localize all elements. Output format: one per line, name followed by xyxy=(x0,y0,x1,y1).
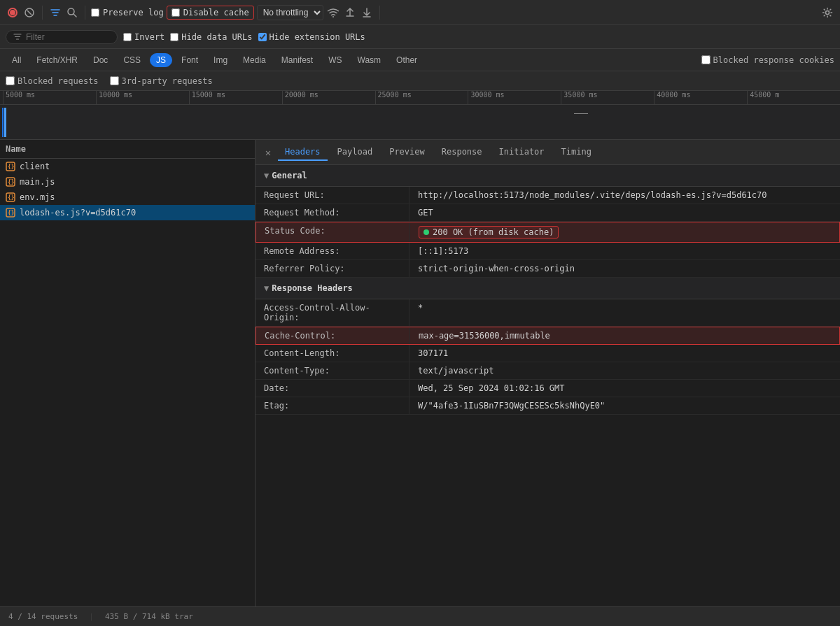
request-list: {}client{}main.js{}env.mjs{}lodash-es.js… xyxy=(0,159,255,606)
search-icon[interactable] xyxy=(65,6,79,20)
type-btn-img[interactable]: Img xyxy=(207,53,234,67)
type-btn-other[interactable]: Other xyxy=(390,53,424,67)
type-btn-media[interactable]: Media xyxy=(237,53,272,67)
type-btn-ws[interactable]: WS xyxy=(322,53,348,67)
tab-initiator[interactable]: Initiator xyxy=(492,144,552,161)
request-item[interactable]: {}main.js xyxy=(0,174,255,190)
general-row: Status Code:200 OK (from disk cache) xyxy=(255,222,840,243)
preserve-log-checkbox[interactable] xyxy=(91,8,99,17)
record-icon[interactable] xyxy=(6,6,20,20)
third-party-checkbox[interactable] xyxy=(110,76,119,85)
filter-input[interactable] xyxy=(26,32,103,42)
third-party-label[interactable]: 3rd-party requests xyxy=(110,76,213,86)
close-button[interactable]: ✕ xyxy=(261,145,275,159)
req-name: client xyxy=(20,162,50,171)
hide-data-urls-label[interactable]: Hide data URLs xyxy=(170,32,252,42)
svg-text:{}: {} xyxy=(8,194,15,201)
timeline-bar-right xyxy=(4,108,6,137)
general-row: Request URL:http://localhost:5173/node_m… xyxy=(255,187,840,204)
response-header-key: Access-Control-Allow-Origin: xyxy=(255,299,410,326)
filter-icon[interactable] xyxy=(48,6,62,20)
response-headers-section-header[interactable]: ▼ Response Headers xyxy=(255,278,840,299)
timeline-tick: 40000 ms xyxy=(654,91,747,104)
request-item[interactable]: {}client xyxy=(0,159,255,174)
hide-extension-urls-label[interactable]: Hide extension URLs xyxy=(258,32,365,42)
blocked-cookies-label[interactable]: Blocked response cookies xyxy=(701,55,834,65)
hide-data-urls-checkbox[interactable] xyxy=(170,33,178,41)
request-item[interactable]: {}env.mjs xyxy=(0,190,255,205)
type-btn-fetch/xhr[interactable]: Fetch/XHR xyxy=(30,53,84,67)
invert-label[interactable]: Invert xyxy=(123,32,164,42)
upload-icon[interactable] xyxy=(343,6,357,20)
headers-content: ▼ General Request URL:http://localhost:5… xyxy=(255,165,840,606)
timeline-tick: 45000 m xyxy=(747,91,840,104)
disable-cache-checkbox[interactable] xyxy=(172,8,180,17)
response-header-row: Date:Wed, 25 Sep 2024 01:02:16 GMT xyxy=(255,380,840,397)
req-icon: {} xyxy=(6,192,15,202)
response-header-val: max-age=31536000,immutable xyxy=(410,327,839,344)
timeline-tick: 35000 ms xyxy=(561,91,654,104)
tab-preview[interactable]: Preview xyxy=(382,144,432,161)
disable-cache-label[interactable]: Disable cache xyxy=(167,6,254,20)
response-header-val: 307171 xyxy=(410,345,840,362)
type-btn-css[interactable]: CSS xyxy=(117,53,147,67)
general-section-header[interactable]: ▼ General xyxy=(255,165,840,187)
header-key: Remote Address: xyxy=(255,243,410,259)
status-dot xyxy=(424,229,429,235)
toolbar: Preserve log Disable cache No throttling xyxy=(0,0,840,25)
response-header-row: Content-Length:307171 xyxy=(255,345,840,362)
tabs-row: ✕ HeadersPayloadPreviewResponseInitiator… xyxy=(255,140,840,165)
blocked-requests-label[interactable]: Blocked requests xyxy=(6,76,99,86)
tab-timing[interactable]: Timing xyxy=(554,144,598,161)
timeline-tick: 5000 ms xyxy=(3,91,96,104)
timeline-ruler: 5000 ms10000 ms15000 ms20000 ms25000 ms3… xyxy=(0,91,840,105)
type-btn-font[interactable]: Font xyxy=(175,53,204,67)
preserve-log-label[interactable]: Preserve log xyxy=(91,8,164,17)
filter-input-wrap xyxy=(6,30,118,44)
throttle-select[interactable]: No throttling xyxy=(257,5,323,20)
request-item[interactable]: {}lodash-es.js?v=d5d61c70 xyxy=(0,205,255,220)
name-header: Name xyxy=(0,140,255,159)
type-btn-manifest[interactable]: Manifest xyxy=(275,53,319,67)
main-content: Name {}client{}main.js{}env.mjs{}lodash-… xyxy=(0,140,840,606)
blocked-cookies-checkbox[interactable] xyxy=(701,55,710,64)
req-icon: {} xyxy=(6,162,15,171)
blocked-requests-checkbox[interactable] xyxy=(6,76,15,85)
timeline-dash xyxy=(574,113,588,114)
timeline-chart xyxy=(0,105,840,140)
tab-response[interactable]: Response xyxy=(435,144,489,161)
svg-text:{}: {} xyxy=(8,179,15,185)
response-header-row: Content-Type:text/javascript xyxy=(255,362,840,380)
left-panel: Name {}client{}main.js{}env.mjs{}lodash-… xyxy=(0,140,255,606)
general-section-title: General xyxy=(272,171,307,180)
status-requests: 4 / 14 requests xyxy=(8,612,78,621)
type-btn-wasm[interactable]: Wasm xyxy=(351,53,388,67)
download-icon[interactable] xyxy=(360,6,374,20)
svg-line-3 xyxy=(27,10,31,15)
timeline-tick: 25000 ms xyxy=(375,91,468,104)
general-rows: Request URL:http://localhost:5173/node_m… xyxy=(255,187,840,278)
response-header-row: Etag:W/"4afe3-1IuSBn7F3QWgCESESc5ksNhQyE… xyxy=(255,397,840,415)
svg-line-5 xyxy=(74,14,76,17)
hide-extension-urls-checkbox[interactable] xyxy=(258,33,267,41)
type-btn-doc[interactable]: Doc xyxy=(87,53,114,67)
divider1 xyxy=(42,6,43,20)
response-header-val: text/javascript xyxy=(410,362,840,379)
type-btn-js[interactable]: JS xyxy=(150,53,172,67)
divider2 xyxy=(85,6,85,20)
wifi-icon[interactable] xyxy=(326,6,340,20)
type-btn-all[interactable]: All xyxy=(6,53,27,67)
svg-point-6 xyxy=(332,16,334,17)
tab-payload[interactable]: Payload xyxy=(330,144,380,161)
settings-icon[interactable] xyxy=(820,6,834,20)
response-header-key: Cache-Control: xyxy=(256,327,410,344)
tab-headers[interactable]: Headers xyxy=(278,144,328,161)
header-key: Request Method: xyxy=(255,204,410,221)
clear-icon[interactable] xyxy=(22,6,36,20)
timeline-tick: 20000 ms xyxy=(282,91,375,104)
filter-bar: Invert Hide data URLs Hide extension URL… xyxy=(0,25,840,49)
invert-checkbox[interactable] xyxy=(123,33,132,41)
timeline-tick: 30000 ms xyxy=(468,91,561,104)
response-headers-title: Response Headers xyxy=(272,283,353,293)
response-headers-arrow: ▼ xyxy=(264,283,269,293)
